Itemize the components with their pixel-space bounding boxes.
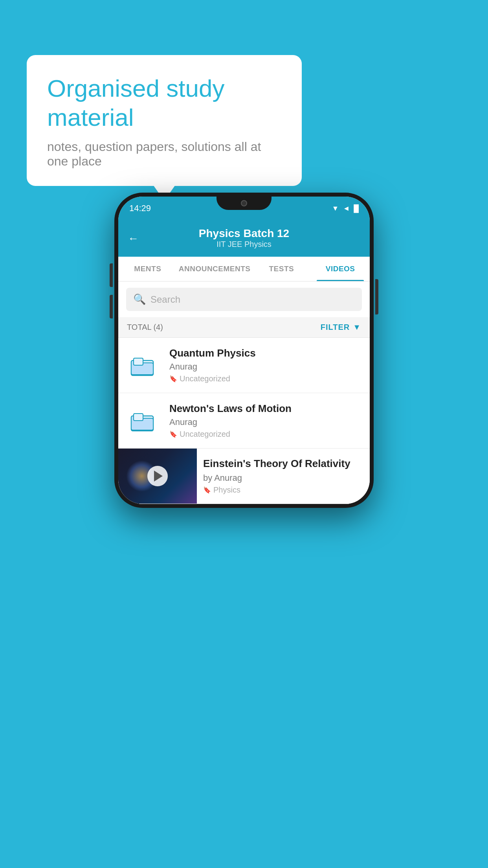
video-author: Anurag: [169, 362, 362, 372]
status-bar: 14:29 ▼ ◄ █: [118, 197, 370, 220]
filter-button[interactable]: FILTER ▼: [321, 323, 361, 332]
video-title: Einstein's Theory Of Relativity: [203, 457, 363, 471]
phone-outer: 14:29 ▼ ◄ █ ← Physics Batch 12 IIT JEE P…: [114, 193, 374, 508]
folder-icon: [130, 351, 158, 379]
app-header: ← Physics Batch 12 IIT JEE Physics: [118, 220, 370, 257]
speech-bubble: Organised study material notes, question…: [27, 55, 302, 186]
filter-icon: ▼: [353, 323, 361, 332]
video-tag: 🔖 Uncategorized: [169, 430, 362, 439]
list-item[interactable]: Quantum Physics Anurag 🔖 Uncategorized: [118, 338, 370, 393]
video-author: by Anurag: [203, 473, 363, 483]
speech-bubble-wrapper: Organised study material notes, question…: [27, 55, 302, 186]
video-tag: 🔖 Uncategorized: [169, 374, 362, 383]
folder-thumbnail: [126, 351, 161, 379]
wifi-icon: ▼: [332, 204, 339, 213]
list-item[interactable]: Newton's Laws of Motion Anurag 🔖 Uncateg…: [118, 393, 370, 449]
search-placeholder: Search: [150, 294, 180, 305]
tab-announcements[interactable]: ANNOUNCEMENTS: [177, 257, 252, 281]
video-item-info: Quantum Physics Anurag 🔖 Uncategorized: [169, 347, 362, 383]
batch-subtitle: IIT JEE Physics: [199, 240, 289, 249]
phone-side-btn-power: [375, 279, 378, 314]
video-list: Quantum Physics Anurag 🔖 Uncategorized: [118, 338, 370, 504]
video-thumbnail: [118, 449, 197, 504]
tab-ments[interactable]: MENTS: [118, 257, 177, 281]
header-title-block: Physics Batch 12 IIT JEE Physics: [199, 227, 289, 249]
speech-bubble-subtitle: notes, question papers, solutions all at…: [47, 140, 281, 169]
status-time: 14:29: [129, 203, 151, 213]
status-icons: ▼ ◄ █: [332, 204, 359, 213]
total-count: TOTAL (4): [127, 323, 163, 332]
tag-label: Uncategorized: [180, 430, 230, 439]
video-item-info: Newton's Laws of Motion Anurag 🔖 Uncateg…: [169, 403, 362, 439]
tag-icon: 🔖: [169, 375, 177, 383]
video-item-info: Einstein's Theory Of Relativity by Anura…: [197, 449, 370, 503]
filter-label: FILTER: [321, 323, 350, 332]
back-button[interactable]: ←: [128, 232, 139, 245]
tag-icon: 🔖: [169, 430, 177, 438]
folder-icon: [130, 406, 158, 435]
tabs-bar: MENTS ANNOUNCEMENTS TESTS VIDEOS: [118, 257, 370, 281]
tag-label: Uncategorized: [180, 374, 230, 383]
play-triangle-icon: [154, 471, 163, 482]
svg-rect-3: [134, 414, 143, 421]
battery-icon: █: [354, 204, 359, 213]
search-bar-container: 🔍 Search: [118, 281, 370, 317]
video-author: Anurag: [169, 417, 362, 427]
speech-bubble-title: Organised study material: [47, 74, 281, 132]
video-tag: 🔖 Physics: [203, 485, 363, 495]
phone-wrapper: 14:29 ▼ ◄ █ ← Physics Batch 12 IIT JEE P…: [114, 193, 374, 508]
notch: [216, 197, 272, 210]
play-button[interactable]: [147, 466, 168, 486]
tab-videos[interactable]: VIDEOS: [311, 257, 370, 281]
tab-tests[interactable]: TESTS: [252, 257, 311, 281]
filter-row: TOTAL (4) FILTER ▼: [118, 317, 370, 338]
video-title: Quantum Physics: [169, 347, 362, 359]
search-bar[interactable]: 🔍 Search: [126, 288, 362, 311]
folder-thumbnail: [126, 407, 161, 434]
svg-rect-1: [134, 358, 143, 365]
batch-title: Physics Batch 12: [199, 227, 289, 240]
search-icon: 🔍: [133, 293, 146, 305]
phone-screen: 14:29 ▼ ◄ █ ← Physics Batch 12 IIT JEE P…: [118, 197, 370, 504]
phone-side-btn-volume-down: [110, 295, 113, 318]
list-item[interactable]: Einstein's Theory Of Relativity by Anura…: [118, 449, 370, 504]
tag-label: Physics: [213, 485, 240, 495]
video-title: Newton's Laws of Motion: [169, 403, 362, 415]
front-camera: [241, 200, 247, 206]
tag-icon: 🔖: [203, 486, 211, 494]
signal-icon: ◄: [343, 204, 350, 213]
phone-side-btn-volume-up: [110, 263, 113, 287]
